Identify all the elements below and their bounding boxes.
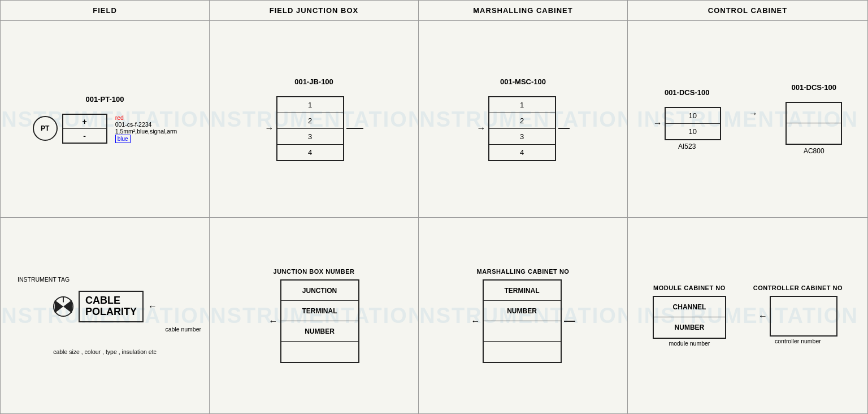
mc-section-bottom: INSTRUMENTATION MARSHALLING CABINET NO ←… <box>419 218 628 413</box>
cc-top-content: 001-DCS-100 → 10 10 AI523 → <box>628 21 867 217</box>
fjb-t4: 4 <box>277 145 343 160</box>
cc-sub2: 001-DCS-100 AC800 <box>785 83 842 155</box>
mc-bottom-content: MARSHALLING CABINET NO ← TERMINAL NUMBER <box>419 218 627 413</box>
bottom-half: INSTRUMENTATION INSTRUMENT TAG <box>1 218 867 413</box>
field-section-top: INSTRUMENTATION 001-PT-100 PT + - red <box>1 21 210 217</box>
mc-terminal-row: TERMINAL <box>484 281 561 301</box>
header-field: FIELD <box>1 1 210 20</box>
cc-controller-title: CONTROLLER CABINET NO <box>753 284 843 291</box>
mc-t3: 3 <box>489 129 555 145</box>
cc-sub2-empty <box>787 103 841 123</box>
cc-bottom-row: MODULE CABINET NO CHANNEL NUMBER module … <box>628 284 867 347</box>
svg-marker-2 <box>63 300 72 313</box>
fjb-bottom-title: JUNCTION BOX NUMBER <box>274 268 355 275</box>
fjb-number-row: NUMBER <box>281 321 358 342</box>
cc-module-number-label: module number <box>669 340 710 347</box>
fjb-bottom-content: JUNCTION BOX NUMBER ← JUNCTION TERMINAL … <box>210 218 418 413</box>
fjb-terminal-row: TERMINAL <box>281 301 358 321</box>
cc-terminal-block1: 10 10 <box>665 107 721 140</box>
cc-sub2-empty2 <box>787 123 841 144</box>
field-section-bottom: INSTRUMENTATION INSTRUMENT TAG <box>1 218 210 413</box>
fjb-top: 001-JB-100 → 1 2 3 4 <box>265 77 363 161</box>
arrow-to-cc-bottom: ← <box>758 311 767 321</box>
valve-symbol <box>53 296 74 317</box>
arrow-to-fjb: → <box>265 123 274 133</box>
field-bottom-content: INSTRUMENT TAG CABLE POLARITY <box>1 218 209 413</box>
arrow-from-fjb-bottom: ← <box>148 301 157 312</box>
cc-controller-col: CONTROLLER CABINET NO ← controller numbe… <box>753 284 843 344</box>
top-half: INSTRUMENTATION 001-PT-100 PT + - red <box>1 21 867 218</box>
svg-marker-1 <box>55 300 63 313</box>
field-top: 001-PT-100 PT + - red 001-cs-f-2234 1.5m… <box>33 21 177 217</box>
cc-module-col: MODULE CABINET NO CHANNEL NUMBER module … <box>653 284 726 347</box>
cc-row2: 10 <box>666 124 720 139</box>
field-instrument-row: PT + - red 001-cs-f-2234 1.5mm²,blue,sig… <box>33 114 177 144</box>
fjb-out-line <box>346 128 363 129</box>
mc-bottom-row: ← TERMINAL NUMBER <box>471 279 575 363</box>
cable-color-red: red <box>115 114 177 121</box>
cc-number-row: NUMBER <box>654 317 725 338</box>
arrow-to-mc: → <box>477 123 486 133</box>
terminal-minus: - <box>63 129 106 143</box>
header-cc: CONTROL CABINET <box>628 1 867 20</box>
cable-number-label: cable number <box>165 326 201 333</box>
mc-t2: 2 <box>489 113 555 129</box>
fjb-t2: 2 <box>277 113 343 129</box>
arrow-to-cc1: → <box>653 118 662 128</box>
cable-name: 001-cs-f-2234 <box>115 121 177 128</box>
arrow-to-fjb-bottom: ← <box>269 316 278 326</box>
cc-controller-number-label: controller number <box>775 338 821 344</box>
cc-row1: 10 <box>666 108 720 124</box>
mc-t4: 4 <box>489 145 555 160</box>
fjb-top-content: 001-JB-100 → 1 2 3 4 <box>210 21 418 217</box>
cable-polarity-line2: POLARITY <box>85 307 137 318</box>
cc-top: 001-DCS-100 → 10 10 AI523 → <box>628 83 867 155</box>
cc-sub1: 001-DCS-100 → 10 10 AI523 <box>653 88 721 150</box>
fjb-section-top: INSTRUMENTATION 001-JB-100 → 1 2 3 <box>210 21 419 217</box>
mc-top-content: 001-MSC-100 → 1 2 3 4 <box>419 21 627 217</box>
fjb-bottom-row: ← JUNCTION TERMINAL NUMBER <box>269 279 359 363</box>
header-fjb: FIELD JUNCTION BOX <box>210 1 419 20</box>
cc-sub1-module: AI523 <box>678 143 696 150</box>
fjb-t1: 1 <box>277 97 343 113</box>
field-top-content: 001-PT-100 PT + - red 001-cs-f-2234 1.5m… <box>1 21 209 217</box>
field-device-label: 001-PT-100 <box>86 95 124 104</box>
instrument-tag-label: INSTRUMENT TAG <box>18 276 70 283</box>
legend-row: CABLE POLARITY ← <box>53 291 157 322</box>
cable-size-label: cable size , colour , type , insulation … <box>53 348 157 355</box>
cable-color-blue: blue <box>115 135 131 143</box>
fjb-empty-row <box>281 342 358 362</box>
mc-top: 001-MSC-100 → 1 2 3 4 <box>477 77 570 161</box>
cc-sub2-label: 001-DCS-100 <box>792 83 837 92</box>
mc-empty2-row <box>484 342 561 362</box>
mc-terminal-block: 1 2 3 4 <box>488 96 556 161</box>
header-mc: MARSHALLING CABINET <box>419 1 628 20</box>
fjb-t3: 3 <box>277 129 343 145</box>
content-area: INSTRUMENTATION 001-PT-100 PT + - red <box>1 21 867 413</box>
mc-bottom-title: MARSHALLING CABINET NO <box>477 268 570 275</box>
mc-empty1-row <box>484 321 561 342</box>
mc-bottom-block: TERMINAL NUMBER <box>483 279 562 363</box>
cc-sub2-module: AC800 <box>804 147 824 155</box>
cc-bottom-content: MODULE CABINET NO CHANNEL NUMBER module … <box>628 218 867 413</box>
terminal-box: + - <box>62 114 107 144</box>
fjb-connection: → 1 2 3 4 <box>265 96 363 161</box>
fjb-bottom-block: JUNCTION TERMINAL NUMBER <box>280 279 359 363</box>
mc-out-line <box>558 128 570 129</box>
mc-t1: 1 <box>489 97 555 113</box>
cable-info: red 001-cs-f-2234 1.5mm²,blue,signal,arm… <box>115 114 177 143</box>
terminal-plus: + <box>63 115 106 129</box>
cc-terminal-block2 <box>785 102 842 145</box>
mc-connection: → 1 2 3 4 <box>477 96 570 161</box>
cc-section-bottom: INSTRUMENTATION MODULE CABINET NO CHANNE… <box>628 218 867 413</box>
mc-section-top: INSTRUMENTATION 001-MSC-100 → 1 2 3 4 <box>419 21 628 217</box>
fjb-junction-row: JUNCTION <box>281 281 358 301</box>
main-container: FIELD FIELD JUNCTION BOX MARSHALLING CAB… <box>0 0 868 414</box>
cc-module-block-row: CHANNEL NUMBER <box>653 296 726 339</box>
cc-module-title: MODULE CABINET NO <box>653 284 726 291</box>
fjb-section-bottom: INSTRUMENTATION JUNCTION BOX NUMBER ← JU… <box>210 218 419 413</box>
mc-number-row: NUMBER <box>484 301 561 321</box>
cable-polarity-line1: CABLE <box>85 295 137 307</box>
cable-spec: 1.5mm²,blue,signal,arm <box>115 128 177 135</box>
fjb-label: 001-JB-100 <box>294 77 333 86</box>
